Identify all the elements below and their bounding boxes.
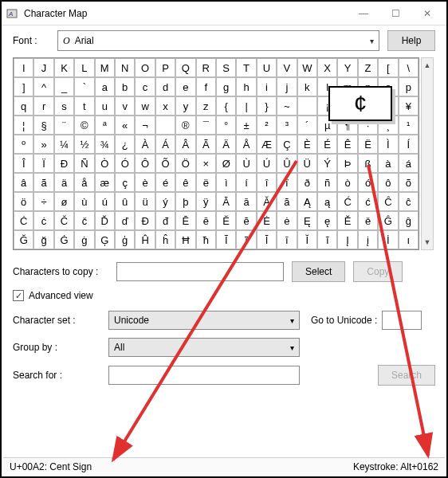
character-cell[interactable]: ¯ — [196, 116, 216, 135]
character-cell[interactable]: Ė — [257, 211, 277, 230]
character-cell[interactable]: è — [135, 173, 155, 192]
character-cell[interactable]: Ù — [236, 154, 256, 173]
character-cell[interactable]: ĭ — [317, 230, 337, 249]
character-cell[interactable]: Í — [399, 135, 419, 154]
character-cell[interactable]: Ģ — [95, 230, 115, 249]
character-cell[interactable]: ½ — [74, 135, 94, 154]
copy-button[interactable]: Copy — [353, 261, 403, 282]
charset-select[interactable]: Unicode ▾ — [108, 311, 300, 330]
character-cell[interactable]: Ø — [216, 154, 236, 173]
character-cell[interactable]: W — [297, 58, 317, 77]
character-cell[interactable]: Ď — [95, 211, 115, 230]
character-cell[interactable]: ô — [378, 173, 398, 192]
character-cell[interactable]: Ï — [33, 154, 53, 173]
character-cell[interactable]: î — [257, 173, 277, 192]
search-input[interactable] — [108, 366, 300, 385]
character-cell[interactable]: Ê — [337, 135, 357, 154]
character-cell[interactable]: į — [358, 230, 378, 249]
character-cell[interactable]: ī — [277, 230, 297, 249]
character-cell[interactable]: ` — [74, 77, 94, 96]
search-button[interactable]: Search — [378, 365, 435, 386]
character-cell[interactable]: Ą — [297, 192, 317, 211]
character-cell[interactable]: À — [135, 135, 155, 154]
character-cell[interactable]: Ě — [337, 211, 357, 230]
character-cell[interactable]: Ĕ — [216, 211, 236, 230]
character-cell[interactable]: | — [236, 96, 256, 116]
character-cell[interactable]: ê — [175, 173, 195, 192]
character-cell[interactable]: Å — [236, 135, 256, 154]
character-cell[interactable]: Ċ — [14, 211, 33, 230]
character-cell[interactable]: p — [399, 77, 419, 96]
character-cell[interactable]: K — [54, 58, 74, 77]
character-cell[interactable]: Æ — [257, 135, 277, 154]
character-cell[interactable]: ¨ — [54, 116, 74, 135]
character-cell[interactable]: L — [74, 58, 94, 77]
minimize-button[interactable]: — — [348, 2, 379, 25]
character-cell[interactable]: ë — [196, 173, 216, 192]
character-cell[interactable]: U — [257, 58, 277, 77]
character-cell[interactable]: J — [33, 58, 53, 77]
character-cell[interactable]: ± — [236, 116, 256, 135]
character-cell[interactable]: Ç — [277, 135, 297, 154]
character-cell[interactable]: ę — [317, 211, 337, 230]
character-cell[interactable]: S — [216, 58, 236, 77]
character-cell[interactable]: ¦ — [14, 116, 33, 135]
character-cell[interactable]: c — [135, 77, 155, 96]
character-cell[interactable]: õ — [399, 173, 419, 192]
character-cell[interactable]: İ — [378, 230, 398, 249]
character-cell[interactable]: ò — [337, 173, 357, 192]
character-cell[interactable]: þ — [175, 192, 195, 211]
close-button[interactable]: ✕ — [411, 2, 443, 25]
character-cell[interactable]: ă — [277, 192, 297, 211]
character-cell[interactable]: ä — [54, 173, 74, 192]
character-cell[interactable]: \ — [399, 58, 419, 77]
character-cell[interactable]: Ì — [378, 135, 398, 154]
character-cell[interactable]: I — [14, 58, 33, 77]
character-cell[interactable]: ù — [74, 192, 94, 211]
character-cell[interactable]: ú — [95, 192, 115, 211]
character-cell[interactable]: Ã — [196, 135, 216, 154]
character-cell[interactable]: ö — [14, 192, 33, 211]
character-cell[interactable]: Á — [155, 135, 175, 154]
character-cell[interactable]: Ā — [216, 192, 236, 211]
character-cell[interactable]: ġ — [74, 230, 94, 249]
character-cell[interactable]: í — [236, 173, 256, 192]
character-cell[interactable]: ® — [175, 116, 195, 135]
character-cell[interactable]: y — [175, 96, 195, 116]
character-cell[interactable]: Þ — [337, 154, 357, 173]
character-cell[interactable]: Ġ — [54, 230, 74, 249]
character-cell[interactable]: Ä — [216, 135, 236, 154]
character-cell[interactable]: á — [399, 154, 419, 173]
character-cell[interactable]: V — [277, 58, 297, 77]
character-cell[interactable]: Ĝ — [378, 211, 398, 230]
character-cell[interactable]: Ú — [257, 154, 277, 173]
character-cell[interactable]: Ð — [54, 154, 74, 173]
character-cell[interactable]: đ — [155, 211, 175, 230]
character-cell[interactable]: ß — [358, 154, 378, 173]
character-cell[interactable]: e — [175, 77, 195, 96]
character-cell[interactable]: { — [216, 96, 236, 116]
grid-scrollbar[interactable]: ▲ ▼ — [421, 57, 434, 250]
character-cell[interactable]: ĝ — [399, 211, 419, 230]
character-cell[interactable]: ċ — [33, 211, 53, 230]
character-cell[interactable]: ´ — [297, 116, 317, 135]
character-cell[interactable]: z — [196, 96, 216, 116]
character-cell[interactable]: ĉ — [399, 192, 419, 211]
character-cell[interactable]: Ć — [337, 192, 357, 211]
character-cell[interactable]: g — [216, 77, 236, 96]
character-cell[interactable]: ñ — [317, 173, 337, 192]
character-cell[interactable]: Õ — [155, 154, 175, 173]
character-cell[interactable]: Ô — [135, 154, 155, 173]
character-cell[interactable]: j — [277, 77, 297, 96]
character-cell[interactable]: h — [236, 77, 256, 96]
character-cell[interactable]: Z — [358, 58, 378, 77]
character-cell[interactable]: ² — [257, 116, 277, 135]
character-cell[interactable]: k — [297, 77, 317, 96]
character-cell[interactable]: Ħ — [175, 230, 195, 249]
character-cell[interactable]: ¥ — [399, 96, 419, 116]
character-cell[interactable]: s — [54, 96, 74, 116]
character-cell[interactable]: Ĉ — [378, 192, 398, 211]
character-cell[interactable]: X — [317, 58, 337, 77]
character-cell[interactable]: Ü — [297, 154, 317, 173]
character-cell[interactable]: Đ — [135, 211, 155, 230]
